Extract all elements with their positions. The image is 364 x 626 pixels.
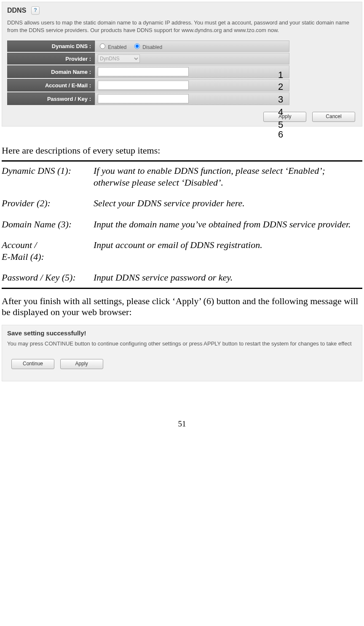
cell-dynamic-dns: Enabled Disabled: [95, 40, 289, 52]
select-provider[interactable]: DynDNS: [98, 54, 140, 63]
divider-top: [2, 160, 362, 162]
after-text: After you finish with all settings, plea…: [2, 296, 361, 318]
label-account: Account / E-Mail :: [7, 79, 95, 92]
desc-text-1: If you want to enable DDNS function, ple…: [94, 165, 361, 188]
save-title: Save setting successfully!: [7, 329, 357, 337]
label-domain-name: Domain Name :: [7, 65, 95, 78]
callout-2: 2: [278, 81, 283, 92]
row-dynamic-dns: Dynamic DNS : Enabled Disabled: [7, 40, 289, 52]
save-panel: Save setting successfully! You may press…: [2, 325, 362, 382]
row-account: Account / E-Mail :: [7, 79, 289, 92]
input-password[interactable]: [98, 94, 189, 103]
radio-disabled[interactable]: [134, 43, 140, 49]
apply-button[interactable]: Apply: [263, 112, 306, 122]
continue-button[interactable]: Continue: [11, 359, 54, 369]
description-table: Dynamic DNS (1): If you want to enable D…: [2, 165, 361, 283]
intro-text: Here are descriptions of every setup ite…: [2, 145, 361, 156]
callout-1: 1: [278, 70, 283, 81]
cell-provider: DynDNS: [95, 53, 289, 65]
panel-title: DDNS: [7, 7, 26, 14]
callout-3: 3: [278, 94, 283, 105]
desc-text-2: Select your DDNS service provider here.: [94, 197, 361, 209]
callout-6: 6: [278, 129, 364, 140]
cell-password: [95, 92, 289, 105]
ddns-panel: DDNS ? DDNS allows users to map the stat…: [2, 2, 362, 127]
page-number: 51: [0, 419, 364, 429]
save-desc: You may press CONTINUE button to continu…: [7, 340, 357, 348]
panel-description: DDNS allows users to map the static doma…: [7, 19, 357, 34]
radio-disabled-label[interactable]: Disabled: [132, 44, 162, 50]
apply-button-2[interactable]: Apply: [60, 359, 103, 369]
desc-label-1: Dynamic DNS (1):: [2, 165, 94, 188]
cancel-button[interactable]: Cancel: [312, 112, 355, 122]
input-account[interactable]: [98, 81, 189, 90]
desc-label-2: Provider (2):: [2, 197, 94, 209]
callout-5: 5: [278, 119, 283, 130]
desc-label-4a: Account /: [2, 239, 94, 251]
row-provider: Provider : DynDNS: [7, 53, 289, 65]
row-domain-name: Domain Name :: [7, 65, 289, 78]
cell-domain-name: [95, 65, 289, 78]
button-row: Apply Cancel: [7, 112, 357, 122]
cell-account: [95, 79, 289, 92]
input-domain-name[interactable]: [98, 67, 189, 76]
radio-enabled[interactable]: [100, 43, 105, 49]
form-table: Dynamic DNS : Enabled Disabled Provider …: [7, 40, 289, 106]
divider-bottom: [2, 288, 362, 289]
radio-enabled-label[interactable]: Enabled: [98, 44, 126, 50]
label-provider: Provider :: [7, 53, 95, 65]
row-password: Password / Key :: [7, 92, 289, 105]
desc-label-4b: E-Mail (4):: [2, 251, 94, 263]
desc-label-3: Domain Name (3):: [2, 219, 94, 230]
callout-4: 4: [278, 107, 283, 118]
desc-text-5: Input DDNS service password or key.: [94, 272, 361, 283]
label-password: Password / Key :: [7, 92, 95, 105]
label-dynamic-dns: Dynamic DNS :: [7, 40, 95, 52]
desc-text-3: Input the domain name you’ve obtained fr…: [94, 219, 361, 230]
help-icon[interactable]: ?: [31, 6, 40, 15]
save-buttons: Continue Apply: [7, 359, 357, 369]
desc-text-4: Input account or email of DDNS registrat…: [94, 239, 361, 251]
desc-label-5: Password / Key (5):: [2, 272, 94, 283]
